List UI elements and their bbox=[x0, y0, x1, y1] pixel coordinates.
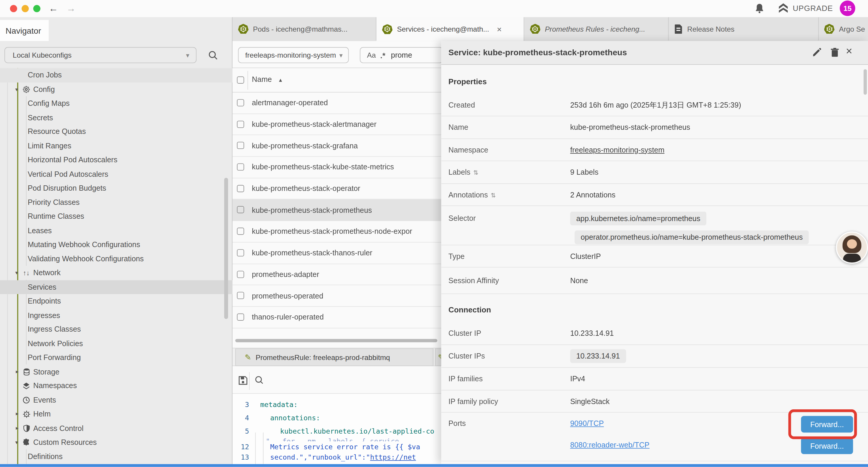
close-window-button[interactable] bbox=[10, 5, 17, 12]
forward-arrow-icon[interactable]: → bbox=[66, 2, 76, 16]
sidebar-item-namespaces[interactable]: Namespaces bbox=[0, 379, 232, 393]
yaml-editor[interactable]: 3metadata: 4annotations: 5kubectl.kubern… bbox=[232, 394, 442, 464]
notifications-bell-icon[interactable] bbox=[754, 3, 765, 14]
tab-navigator[interactable]: Navigator bbox=[0, 20, 49, 41]
port-link-9090[interactable]: 9090/TCP bbox=[570, 419, 604, 428]
kubeconfig-selector[interactable]: Local Kubeconfigs ▾ bbox=[4, 47, 196, 63]
row-checkbox[interactable] bbox=[237, 270, 244, 278]
row-checkbox[interactable] bbox=[237, 142, 244, 149]
close-icon[interactable]: × bbox=[846, 45, 852, 58]
sidebar-item-config[interactable]: ▾ Config bbox=[0, 82, 232, 96]
match-case-toggle[interactable]: Aa bbox=[367, 51, 376, 59]
sidebar-item-resource-quotas[interactable]: Resource Quotas bbox=[0, 125, 232, 139]
tab-close-icon[interactable]: × bbox=[497, 24, 502, 34]
window-bottom-accent-bar bbox=[0, 464, 868, 467]
sidebar-item-pod-disruption-budgets[interactable]: Pod Disruption Budgets bbox=[0, 181, 232, 195]
sidebar-item-endpoints[interactable]: Endpoints bbox=[0, 294, 232, 308]
horizontal-scrollbar[interactable] bbox=[235, 339, 437, 342]
divider bbox=[249, 372, 250, 390]
sidebar-item-horizontal-pod-autoscalers[interactable]: Horizontal Pod Autoscalers bbox=[0, 153, 232, 167]
minimize-window-button[interactable] bbox=[22, 5, 29, 12]
table-row-selected[interactable]: kube-prometheus-stack-prometheus bbox=[232, 200, 442, 221]
tab-release-notes[interactable]: Release Notes bbox=[669, 17, 818, 40]
sidebar-item-limit-ranges[interactable]: Limit Ranges bbox=[0, 139, 232, 153]
editor-toolbar bbox=[232, 370, 442, 392]
table-row[interactable]: prometheus-adapter bbox=[232, 264, 442, 285]
zoom-window-button[interactable] bbox=[33, 5, 40, 12]
sidebar-item-events[interactable]: Events bbox=[0, 393, 232, 407]
sidebar-item-validating-webhook-configurations[interactable]: Validating Webhook Configurations bbox=[0, 252, 232, 266]
row-checkbox[interactable] bbox=[237, 313, 244, 320]
detail-row-session-affinity: Session Affinity None bbox=[441, 267, 868, 294]
table-row[interactable]: kube-prometheus-stack-operator bbox=[232, 178, 442, 200]
tab-prometheus-rules[interactable]: Prometheus Rules - icecheng... bbox=[524, 17, 669, 40]
table-row[interactable]: kube-prometheus-stack-thanos-ruler bbox=[232, 242, 442, 264]
sidebar-item-secrets[interactable]: Secrets bbox=[0, 111, 232, 125]
sidebar-scrollbar[interactable] bbox=[224, 178, 228, 319]
sidebar-item-helm[interactable]: ▾ Helm bbox=[0, 407, 232, 421]
column-header-name[interactable]: Name bbox=[252, 76, 272, 84]
tab-label: Pods - icecheng@mathmas... bbox=[253, 25, 347, 33]
sidebar-item-port-forwarding[interactable]: Port Forwarding bbox=[0, 351, 232, 365]
port-link-8080[interactable]: 8080:reloader-web/TCP bbox=[570, 441, 650, 449]
sort-icon[interactable]: ⇅ bbox=[491, 192, 496, 199]
upgrade-button[interactable]: UPGRADE bbox=[778, 3, 833, 13]
back-arrow-icon[interactable]: ← bbox=[49, 2, 58, 16]
sort-ascending-icon[interactable]: ▴ bbox=[279, 77, 282, 84]
select-all-checkbox[interactable] bbox=[237, 77, 244, 84]
sidebar-item-vertical-pod-autoscalers[interactable]: Vertical Pod Autoscalers bbox=[0, 167, 232, 181]
sidebar-item-ingress-classes[interactable]: Ingress Classes bbox=[0, 322, 232, 337]
row-checkbox[interactable] bbox=[237, 228, 244, 235]
table-row[interactable]: kube-prometheus-stack-grafana bbox=[232, 135, 442, 157]
notification-count-badge[interactable]: 15 bbox=[840, 1, 855, 16]
row-checkbox[interactable] bbox=[237, 164, 244, 171]
table-row[interactable]: kube-prometheus-stack-prometheus-node-ex… bbox=[232, 221, 442, 242]
row-checkbox[interactable] bbox=[237, 206, 244, 213]
row-checkbox[interactable] bbox=[237, 292, 244, 299]
editor-search-icon[interactable] bbox=[255, 375, 264, 385]
editor-tab-prometheusrule[interactable]: ✎ PrometheusRule: freeleaps-prod-rabbitm… bbox=[235, 348, 433, 366]
namespace-selector[interactable]: freeleaps-monitoring-system ▾ bbox=[238, 47, 349, 63]
avatar[interactable] bbox=[836, 231, 868, 264]
resource-search-input[interactable]: Aa .* prome bbox=[360, 47, 443, 63]
table-row[interactable]: thanos-ruler-operated bbox=[232, 307, 442, 328]
table-row[interactable]: kube-prometheus-stack-alertmanager bbox=[232, 114, 442, 135]
table-row[interactable]: alertmanager-operated bbox=[232, 92, 442, 114]
sidebar-item-definitions[interactable]: Definitions bbox=[0, 449, 232, 464]
sort-icon[interactable]: ⇅ bbox=[473, 169, 478, 176]
sidebar-item-services[interactable]: Services bbox=[0, 280, 232, 294]
editor-tab-partial[interactable]: ✎ bbox=[435, 348, 442, 366]
table-row[interactable]: kube-prometheus-stack-kube-state-metrics bbox=[232, 157, 442, 178]
chevron-down-icon: ▾ bbox=[13, 439, 20, 445]
navigator-search-icon[interactable] bbox=[208, 51, 218, 61]
trash-icon[interactable] bbox=[831, 48, 839, 57]
regex-toggle[interactable]: .* bbox=[380, 51, 385, 59]
sidebar-item-leases[interactable]: Leases bbox=[0, 224, 232, 238]
row-checkbox[interactable] bbox=[237, 121, 244, 128]
chevron-down-icon: ▾ bbox=[13, 270, 20, 276]
tab-pods[interactable]: Pods - icecheng@mathmas... bbox=[232, 17, 376, 40]
edit-pencil-icon: ✎ bbox=[245, 353, 251, 362]
row-checkbox[interactable] bbox=[237, 249, 244, 256]
sidebar-item-runtime-classes[interactable]: Runtime Classes bbox=[0, 209, 232, 224]
forward-port-button-8080[interactable]: Forward... bbox=[801, 437, 853, 454]
save-icon[interactable] bbox=[238, 375, 248, 385]
namespace-link[interactable]: freeleaps-monitoring-system bbox=[570, 146, 664, 154]
tab-services-active[interactable]: Services - icecheng@math... × bbox=[376, 17, 524, 41]
sidebar-item-priority-classes[interactable]: Priority Classes bbox=[0, 195, 232, 209]
document-icon bbox=[675, 24, 683, 34]
sidebar-item-access-control[interactable]: ▾ Access Control bbox=[0, 421, 232, 435]
row-checkbox[interactable] bbox=[237, 99, 244, 106]
edit-pencil-icon[interactable] bbox=[812, 48, 822, 57]
sidebar-item-network-policies[interactable]: Network Policies bbox=[0, 337, 232, 351]
sidebar-item-cron-jobs[interactable]: Cron Jobs bbox=[0, 68, 232, 82]
sidebar-item-custom-resources[interactable]: ▾ Custom Resources bbox=[0, 435, 232, 449]
sidebar-item-mutating-webhook-configurations[interactable]: Mutating Webhook Configurations bbox=[0, 238, 232, 252]
sidebar-item-network[interactable]: ▾ ↑↓ Network bbox=[0, 266, 232, 280]
sidebar-item-config-maps[interactable]: Config Maps bbox=[0, 96, 232, 111]
tab-argo[interactable]: Argo Se bbox=[818, 17, 868, 40]
table-row[interactable]: prometheus-operated bbox=[232, 285, 442, 307]
sidebar-item-ingresses[interactable]: Ingresses bbox=[0, 308, 232, 322]
sidebar-item-storage[interactable]: ▾ Storage bbox=[0, 365, 232, 379]
row-checkbox[interactable] bbox=[237, 185, 244, 192]
